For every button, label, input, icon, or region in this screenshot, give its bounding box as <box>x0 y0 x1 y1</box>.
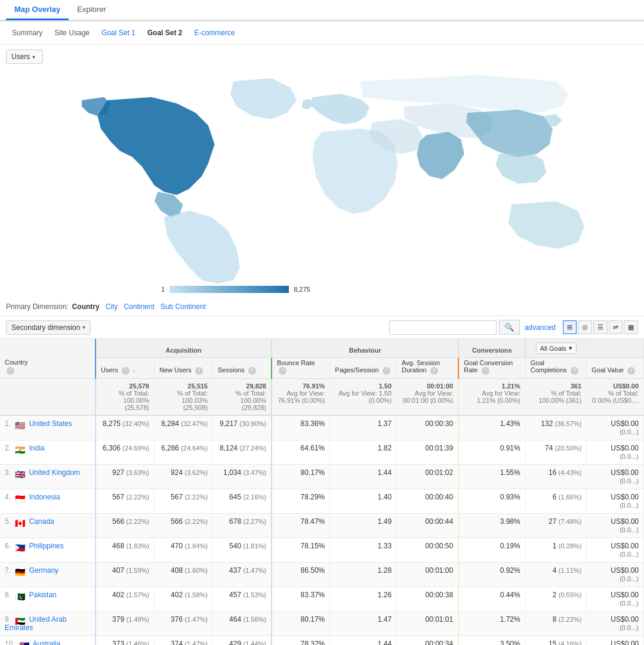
dim-continent[interactable]: Continent <box>124 303 154 311</box>
row-number: 3. <box>5 468 11 477</box>
totals-sessions: 29,828% of Total: 100.00% (29,828) <box>213 378 272 415</box>
country-link[interactable]: Philippines <box>29 542 64 550</box>
all-goals-arrow: ▾ <box>569 344 572 352</box>
country-help-icon[interactable]: ? <box>7 367 14 375</box>
metric-dropdown[interactable]: Users ▾ <box>6 50 43 64</box>
metric-dropdown-arrow: ▾ <box>32 54 35 60</box>
country-link[interactable]: Germany <box>29 566 58 575</box>
view-compare-icon[interactable]: ⇌ <box>609 320 623 334</box>
search-input[interactable] <box>389 320 497 335</box>
view-icons: ⊞ ◎ ☰ ⇌ ▦ <box>563 320 638 334</box>
dim-city[interactable]: City <box>106 303 118 311</box>
row-new-users: 470 (1.84%) <box>155 538 213 562</box>
country-link[interactable]: Canada <box>29 517 54 526</box>
row-pages-session: 1.49 <box>330 513 397 538</box>
pages-session-label: Pages/Session <box>335 366 378 374</box>
dim-country[interactable]: Country <box>72 303 100 311</box>
dim-sub-continent[interactable]: Sub Continent <box>161 303 206 311</box>
row-avg-session: 00:00:40 <box>397 489 459 513</box>
tab-summary[interactable]: Summary <box>6 26 48 39</box>
users-help-icon[interactable]: ? <box>122 367 130 375</box>
secondary-dimension-button[interactable]: Secondary dimension ▾ <box>6 320 91 335</box>
all-goals-label: All Goals <box>540 345 566 352</box>
acquisition-group-header: Acquisition <box>95 339 272 358</box>
secondary-dim-label: Secondary dimension <box>11 323 80 332</box>
totals-avg-session: 00:01:00Avg for View: 00:01:00 (0.00%) <box>397 378 459 415</box>
row-sessions: 540 (1.81%) <box>213 538 272 562</box>
col-header-goal-conv-rate[interactable]: Goal Conversion Rate ? <box>458 358 525 379</box>
row-country-cell: 7. 🇩🇪 Germany <box>0 562 95 587</box>
row-avg-session: 00:00:30 <box>397 415 459 440</box>
row-number: 1. <box>5 419 11 428</box>
row-goal-conv-rate: 0.91% <box>458 440 525 464</box>
col-header-users[interactable]: Users ? ↓ <box>95 358 155 379</box>
table-row: 3. 🇬🇧 United Kingdom 927 (3.63%) 924 (3.… <box>0 464 644 489</box>
controls-row: Secondary dimension ▾ 🔍 advanced ⊞ ◎ ☰ ⇌… <box>0 316 644 339</box>
row-goal-value: US$0.00 (0.0...) <box>587 635 644 645</box>
sub-tabs: Summary Site Usage Goal Set 1 Goal Set 2… <box>0 21 644 45</box>
row-goal-completions: 15 (4.16%) <box>525 635 587 645</box>
row-goal-completions: 4 (1.11%) <box>525 562 587 587</box>
row-sessions: 645 (2.16%) <box>213 489 272 513</box>
view-grid-icon[interactable]: ⊞ <box>563 320 577 334</box>
country-link[interactable]: Indonesia <box>29 493 60 501</box>
country-link[interactable]: India <box>29 444 45 452</box>
pages-session-help-icon[interactable]: ? <box>383 367 390 375</box>
row-bounce-rate: 83.36% <box>272 415 330 440</box>
row-users: 8,275 (32.40%) <box>95 415 155 440</box>
row-bounce-rate: 78.47% <box>272 513 330 538</box>
new-users-label: New Users <box>159 366 192 374</box>
all-goals-dropdown[interactable]: All Goals ▾ <box>536 342 577 354</box>
country-link[interactable]: United Arab Emirates <box>5 615 66 632</box>
header-group-row: Country ? Acquisition Behaviour Conversi… <box>0 339 644 358</box>
bounce-rate-help-icon[interactable]: ? <box>279 367 286 375</box>
col-header-pages-session[interactable]: Pages/Session ? <box>330 358 397 379</box>
tab-goal-set-1[interactable]: Goal Set 1 <box>95 26 141 39</box>
search-button[interactable]: 🔍 <box>499 320 520 335</box>
new-users-help-icon[interactable]: ? <box>195 367 203 375</box>
row-goal-completions: 6 (1.66%) <box>525 489 587 513</box>
sessions-help-icon[interactable]: ? <box>248 367 256 375</box>
row-sessions: 429 (1.44%) <box>213 635 272 645</box>
tab-map-overlay[interactable]: Map Overlay <box>6 0 69 20</box>
row-avg-session: 00:00:44 <box>397 513 459 538</box>
col-header-goal-value[interactable]: Goal Value ? <box>587 358 644 379</box>
col-header-goal-completions[interactable]: Goal Completions ? <box>525 358 587 379</box>
tab-goal-set-2[interactable]: Goal Set 2 <box>141 26 189 39</box>
table-row: 4. 🇮🇩 Indonesia 567 (2.22%) 567 (2.22%) … <box>0 489 644 513</box>
view-list-icon[interactable]: ☰ <box>593 320 608 334</box>
col-header-bounce-rate[interactable]: Bounce Rate ? <box>272 358 330 379</box>
country-link[interactable]: United States <box>29 419 72 428</box>
row-goal-value: US$0.00 (0.0...) <box>587 464 644 489</box>
advanced-link[interactable]: advanced <box>525 323 556 332</box>
view-donut-icon[interactable]: ◎ <box>578 320 592 334</box>
col-header-sessions[interactable]: Sessions ? <box>213 358 272 379</box>
goal-value-help-icon[interactable]: ? <box>627 367 635 375</box>
table-body: 25,578% of Total: 100.00% (25,578) 25,51… <box>0 378 644 645</box>
row-users: 407 (1.59%) <box>95 562 155 587</box>
row-sessions: 457 (1.53%) <box>213 587 272 611</box>
goal-conv-help-icon[interactable]: ? <box>482 367 489 375</box>
col-header-new-users[interactable]: New Users ? <box>155 358 213 379</box>
country-link[interactable]: United Kingdom <box>29 468 80 477</box>
users-label: Users <box>101 366 118 374</box>
row-goal-conv-rate: 1.55% <box>458 464 525 489</box>
country-link[interactable]: Australia <box>33 640 61 645</box>
row-goal-value: US$0.00 (0.0...) <box>587 415 644 440</box>
totals-goal-value: US$0.00% of Total: 0.00% (US$0.... <box>587 378 644 415</box>
row-country-cell: 4. 🇮🇩 Indonesia <box>0 489 95 513</box>
tab-e-commerce[interactable]: E-commerce <box>188 26 241 39</box>
flag-icon: 🇮🇩 <box>15 494 24 501</box>
view-pivot-icon[interactable]: ▦ <box>624 320 638 334</box>
tab-explorer[interactable]: Explorer <box>69 0 114 20</box>
goal-completions-help-icon[interactable]: ? <box>571 367 578 375</box>
tab-site-usage[interactable]: Site Usage <box>48 26 95 39</box>
row-pages-session: 1.44 <box>330 464 397 489</box>
row-number: 7. <box>5 566 11 575</box>
row-goal-conv-rate: 1.43% <box>458 415 525 440</box>
col-header-avg-session[interactable]: Avg. Session Duration ? <box>397 358 459 379</box>
country-link[interactable]: Pakistan <box>29 591 57 599</box>
flag-icon: 🇵🇰 <box>15 592 24 598</box>
row-goal-value: US$0.00 (0.0...) <box>587 440 644 464</box>
avg-session-help-icon[interactable]: ? <box>430 367 438 375</box>
